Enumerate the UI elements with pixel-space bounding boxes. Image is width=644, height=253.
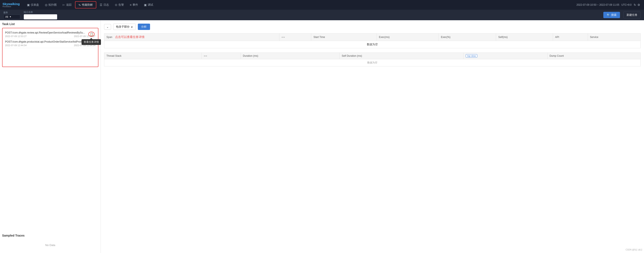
nav-profiling-label: 性能剖析: [82, 3, 93, 7]
nav-event[interactable]: ≡ 事件: [127, 0, 141, 10]
topology-icon: ◎: [45, 3, 48, 6]
main-content: Task List POST:/com.dhgate.review.api.Re…: [0, 20, 644, 253]
nav-debug[interactable]: ▣ 调试: [141, 0, 156, 10]
right-panel: ⌄ 包含子部分 ∨ 分析 Span 点击可以查看任务详情: [101, 20, 644, 253]
debug-icon: ▣: [144, 3, 147, 6]
refresh-icon[interactable]: ↻: [634, 3, 636, 6]
sort-icon: ⟺: [282, 36, 285, 38]
service-value: All: [5, 16, 8, 18]
nav-alarm-label: 告警: [118, 3, 124, 7]
nav-log[interactable]: ☰ 日志: [97, 0, 112, 10]
analyze-label: 分析: [141, 25, 147, 28]
controls-row: ⌄ 包含子部分 ∨ 分析: [104, 24, 641, 30]
nav-debug-label: 调试: [148, 3, 153, 7]
col-start-time: Start Time: [311, 34, 377, 41]
col-exec-ms: Exec(ms): [377, 34, 439, 41]
endpoint-wrap: 端点名称: [24, 10, 57, 20]
task-1-tooltip: 查看任务详情: [82, 39, 101, 45]
include-sub-label: 包含子部分: [116, 25, 130, 29]
click-hint: 点击可以查看任务详情: [115, 35, 144, 38]
datetime-range: 2022-07-09 10:50 ~ 2022-07-09 11:05: [576, 3, 619, 6]
nav-trace-label: 追踪: [66, 3, 72, 7]
task-1-detail-icon-wrap[interactable]: 📋 查看任务详情: [88, 32, 94, 37]
thread-col-top-slow: top slow: [464, 53, 547, 59]
task-2-start-time: 2022-07-09 12:44:54: [5, 44, 26, 46]
nav-profiling[interactable]: ∿ 性能剖析: [75, 1, 96, 8]
col-api: API: [553, 34, 588, 41]
task-item-1[interactable]: POST:/com.dhgate.review.api.ReviewOpenSe…: [4, 30, 96, 39]
alarm-icon: ⊙: [115, 3, 118, 6]
no-data-label: No Data: [2, 239, 98, 251]
nav-topology-label: 拓扑图: [48, 3, 57, 7]
nav-log-label: 日志: [104, 3, 109, 7]
span-table-wrap: Span 点击可以查看任务详情 ⟺ Start Time Exec(ms) Ex…: [104, 33, 641, 48]
top-navigation: Skywalking Rocketbot ▣ 仪表盘 ◎ 拓扑图 ⊢ 追踪 ∿ …: [0, 0, 644, 10]
event-icon: ≡: [130, 3, 132, 6]
include-sub-arrow-icon: ∨: [131, 25, 133, 28]
left-panel: Task List POST:/com.dhgate.review.api.Re…: [0, 20, 101, 253]
thread-col-sort[interactable]: ⟺: [202, 53, 241, 59]
span-table-empty: 数据为空: [104, 41, 641, 48]
sampled-traces-title: Sampled Traces: [2, 234, 98, 237]
dashboard-icon: ▣: [27, 3, 30, 6]
new-task-label: 新建任务: [626, 13, 638, 16]
nav-topology[interactable]: ◎ 拓扑图: [42, 0, 60, 10]
thread-section: Thread Stack ⟺ Duration (ms) Self Durati…: [104, 52, 641, 66]
thread-col-duration: Duration (ms): [241, 53, 340, 59]
thread-table-empty: 数据为空: [104, 59, 641, 66]
log-icon: ☰: [100, 3, 102, 6]
task-list-title: Task List: [2, 22, 98, 26]
view-dropdown-btn[interactable]: ⌄: [104, 24, 111, 30]
col-sort[interactable]: ⟺: [279, 34, 311, 41]
secondary-bar: 服务 All ▼ 端点名称 🔍 搜索 新建任务: [0, 10, 644, 20]
logo-name: Skywalking: [2, 2, 20, 6]
view-dropdown-icon: ⌄: [106, 25, 109, 28]
endpoint-label: 端点名称: [24, 10, 57, 14]
endpoint-input[interactable]: [24, 14, 57, 20]
service-chevron-icon: ▼: [9, 16, 12, 18]
col-service: Service: [588, 34, 640, 41]
nav-dashboard-label: 仪表盘: [31, 3, 39, 7]
service-dropdown[interactable]: All ▼: [3, 14, 20, 19]
thread-table: Thread Stack ⟺ Duration (ms) Self Durati…: [104, 52, 641, 66]
thread-col-stack: Thread Stack: [104, 53, 202, 59]
thread-col-self-duration: Self Duration (ms): [340, 53, 464, 59]
profiling-icon: ∿: [78, 3, 81, 6]
task-list-box: POST:/com.dhgate.review.api.ReviewOpenSe…: [2, 28, 98, 67]
logo-subname: Rocketbot: [2, 6, 20, 8]
sampled-section: Sampled Traces No Data: [2, 234, 98, 251]
col-self-ms: Self(ms): [496, 34, 553, 41]
new-task-button[interactable]: 新建任务: [623, 12, 641, 18]
task-1-start-time: 2022-07-09 12:53:27: [5, 35, 26, 38]
top-slow-badge[interactable]: top slow: [466, 54, 477, 58]
analyze-button[interactable]: 分析: [138, 24, 150, 30]
search-button[interactable]: 🔍 搜索: [603, 12, 620, 18]
span-table: Span 点击可以查看任务详情 ⟺ Start Time Exec(ms) Ex…: [104, 33, 641, 48]
nav-alarm[interactable]: ⊙ 告警: [112, 0, 127, 10]
service-select-wrap: 服务 All ▼: [3, 11, 20, 19]
task-empty-space: [4, 48, 96, 65]
task-1-endpoint: POST:/com.dhgate.review.api.ReviewOpenSe…: [5, 31, 96, 34]
task-1-copy-icon: 📋: [90, 32, 93, 36]
nav-trace[interactable]: ⊢ 追踪: [60, 0, 74, 10]
watermark: CSDN @5记 述记: [626, 248, 642, 251]
thread-sort-icon: ⟺: [204, 54, 207, 57]
search-label: 搜索: [611, 13, 616, 17]
search-icon: 🔍: [607, 14, 610, 17]
settings-icon[interactable]: ⚙: [638, 3, 640, 6]
col-span: Span 点击可以查看任务详情: [104, 34, 280, 41]
col-exec-pct: Exec(%): [439, 34, 496, 41]
nav-event-label: 事件: [132, 3, 138, 7]
thread-col-dump-count: Dump Count: [547, 53, 640, 59]
include-sub-button[interactable]: 包含子部分 ∨: [113, 24, 136, 30]
service-label: 服务: [3, 11, 20, 14]
tooltip-text: 查看任务详情: [84, 40, 99, 44]
logo: Skywalking Rocketbot: [2, 2, 20, 8]
nav-dashboard[interactable]: ▣ 仪表盘: [24, 0, 42, 10]
timezone: UTC+8:0: [622, 3, 632, 6]
trace-icon: ⊢: [62, 3, 65, 6]
